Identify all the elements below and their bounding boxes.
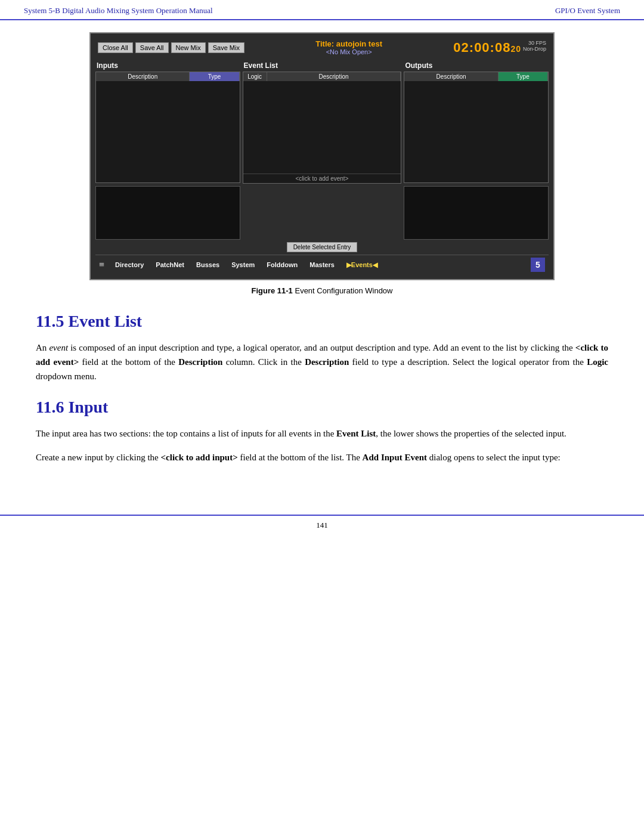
- outputs-col-type: Type: [499, 72, 548, 81]
- nav-item-masters[interactable]: Masters: [304, 260, 340, 270]
- header-right: GPI/O Event System: [555, 6, 620, 16]
- event-list-table-body: [243, 81, 401, 174]
- lower-panels: [95, 186, 549, 240]
- lower-panel-spacer: [243, 186, 401, 240]
- nav-menu-icon: ≡: [99, 259, 104, 270]
- new-mix-button[interactable]: New Mix: [171, 42, 206, 53]
- toolbar-title-main: Title: autojoin test: [244, 39, 453, 48]
- inputs-table-body: [96, 81, 240, 182]
- event-list-table-header: Logic Description: [243, 72, 401, 81]
- lower-panel-outputs: [404, 186, 549, 240]
- nav-item-patchnet[interactable]: PatchNet: [150, 260, 190, 270]
- page-number: 141: [316, 521, 328, 529]
- save-all-button[interactable]: Save All: [135, 42, 169, 53]
- page-content: Close All Save All New Mix Save Mix Titl…: [0, 20, 644, 491]
- lower-panel-inputs: [95, 186, 240, 240]
- main-panels: Inputs Description Type Event List: [95, 61, 549, 184]
- nav-bar: ≡ Directory PatchNet Busses System Foldd…: [95, 255, 549, 274]
- inputs-panel-header: Inputs: [95, 61, 240, 70]
- click-to-add-event[interactable]: <click to add event>: [243, 174, 401, 183]
- save-mix-button[interactable]: Save Mix: [208, 42, 244, 53]
- event-list-col-logic: Logic: [243, 72, 267, 81]
- page-header: System 5-B Digital Audio Mixing System O…: [0, 0, 644, 20]
- section-11-6-para2: Create a new input by clicking the <clic…: [36, 450, 608, 465]
- nav-item-events[interactable]: ▶Events◀: [340, 260, 383, 270]
- toolbar-buttons: Close All Save All New Mix Save Mix: [98, 42, 244, 53]
- toolbar: Close All Save All New Mix Save Mix Titl…: [95, 38, 549, 57]
- nav-item-directory[interactable]: Directory: [109, 260, 150, 270]
- section-11-5: 11.5 Event List An event is composed of …: [36, 312, 608, 383]
- toolbar-title: Title: autojoin test <No Mix Open>: [244, 39, 453, 55]
- inputs-col-description: Description: [96, 72, 190, 81]
- inputs-panel: Inputs Description Type: [95, 61, 240, 184]
- outputs-panel: Outputs Description Type: [404, 61, 549, 184]
- delete-btn-row: Delete Selected Entry: [95, 242, 549, 252]
- event-list-col-description: Description: [267, 72, 401, 81]
- nav-number: 5: [531, 258, 545, 272]
- section-11-6-para1: The input area has two sections: the top…: [36, 426, 608, 441]
- app-window: Close All Save All New Mix Save Mix Titl…: [89, 32, 555, 280]
- outputs-table: Description Type: [404, 72, 549, 183]
- inputs-col-type: Type: [190, 72, 239, 81]
- header-left: System 5-B Digital Audio Mixing System O…: [24, 6, 213, 16]
- event-list-table: Logic Description <click to add event>: [243, 72, 402, 184]
- close-all-button[interactable]: Close All: [98, 42, 133, 53]
- outputs-table-body: [404, 81, 548, 182]
- toolbar-title-sub: <No Mix Open>: [244, 48, 453, 55]
- outputs-table-header: Description Type: [404, 72, 548, 81]
- toolbar-time-block: 02:00:0820 30 FPS Non-Drop: [453, 40, 546, 55]
- delete-selected-button[interactable]: Delete Selected Entry: [287, 242, 358, 252]
- nav-item-folddown[interactable]: Folddown: [261, 260, 304, 270]
- figure-container: Close All Save All New Mix Save Mix Titl…: [36, 32, 608, 295]
- figure-caption-text: Event Configuration Window: [293, 286, 393, 295]
- toolbar-time-sub: 30 FPS Non-Drop: [523, 40, 546, 53]
- nav-item-busses[interactable]: Busses: [190, 260, 225, 270]
- inputs-table: Description Type: [95, 72, 240, 183]
- figure-caption: Figure 11-1 Event Configuration Window: [251, 286, 392, 295]
- section-11-6: 11.6 Input The input area has two sectio…: [36, 398, 608, 465]
- toolbar-time: 02:00:0820: [453, 40, 521, 55]
- section-11-5-para: An event is composed of an input descrip…: [36, 340, 608, 383]
- event-list-panel-header: Event List: [243, 61, 402, 70]
- outputs-panel-header: Outputs: [404, 61, 549, 70]
- page-footer: 141: [0, 515, 644, 535]
- section-11-6-heading: 11.6 Input: [36, 398, 608, 417]
- nav-item-system[interactable]: System: [225, 260, 261, 270]
- outputs-col-description: Description: [404, 72, 498, 81]
- section-11-5-heading: 11.5 Event List: [36, 312, 608, 331]
- inputs-table-header: Description Type: [96, 72, 240, 81]
- event-list-panel: Event List Logic Description <click to a…: [243, 61, 402, 184]
- figure-caption-bold: Figure 11-1: [251, 286, 292, 295]
